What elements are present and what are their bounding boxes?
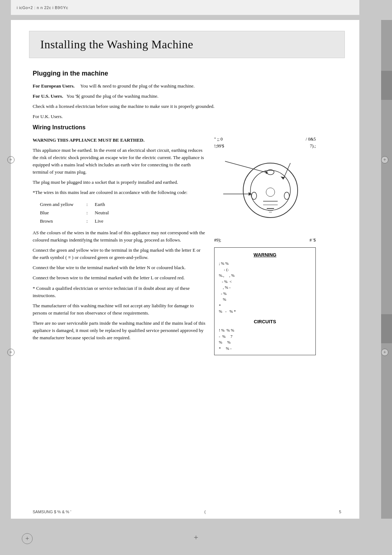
bottom-center-reg: + xyxy=(194,533,198,542)
svg-point-3 xyxy=(252,192,257,199)
wiring-body6: Connect the brown wire to the terminal m… xyxy=(33,274,207,281)
top-bar: i icGo+2 : n n 22c i B9©Yc xyxy=(11,0,359,15)
circuits-line-4: * % - xyxy=(219,345,311,352)
diagram-label-tr: / 0&5 xyxy=(306,137,316,142)
reg-mark-left: + xyxy=(7,156,15,163)
metadata-text: i icGo+2 : n n 22c i B9©Yc xyxy=(17,5,68,10)
wiring-body4: Connect the green and yellow wire to the… xyxy=(33,247,207,261)
diagram-mid-labels: !;99'$ 7).; xyxy=(214,143,316,149)
us-label: For U.S. Users. xyxy=(33,93,63,99)
wiring-section: Wiring Instructions WARNING THIS APPLIAN… xyxy=(33,124,341,359)
wire-row-neutral: Blue : Neutral xyxy=(40,208,207,217)
eu-users: For European Users. You will & need to g… xyxy=(33,82,341,90)
wire-label-3: Live xyxy=(95,217,103,225)
footer-page: 5 xyxy=(339,510,341,514)
wiring-body5: Connect the blue wire to the terminal ma… xyxy=(33,264,207,271)
warning-line-1: ; % % xyxy=(219,260,311,267)
wire-label-1: Earth xyxy=(95,200,105,208)
wire-color-1: Green and yellow xyxy=(40,200,83,208)
wire-colon-1: : xyxy=(86,200,92,208)
warning-line-3: %., , % xyxy=(219,272,311,279)
warning-box: WARNING ; % % - (- %., , % - % < , % - -… xyxy=(214,247,316,356)
wiring-body8: The manufacturer of this washing machine… xyxy=(33,302,207,317)
wiring-body3: AS the colours of the wires in the mains… xyxy=(33,229,207,244)
circuits-content: ! % % % - % 7 % % * % - xyxy=(219,327,311,351)
bottom-left-reg: + xyxy=(22,533,33,544)
warning-line-2: - (- xyxy=(219,267,311,273)
warning-line-8: * xyxy=(219,303,311,309)
plugging-body: For European Users. You will & need to g… xyxy=(33,82,341,121)
wire-row-live: Brown : Live xyxy=(40,217,207,225)
wiring-body1: This appliance must be earthed. In the e… xyxy=(33,147,207,176)
plug-diagram xyxy=(214,150,301,238)
circuits-line-1: ! % % % xyxy=(219,327,311,333)
eu-text: You will & need to ground the plug of th… xyxy=(80,83,195,89)
right-column: " ;; 0 / 0&5 !;99'$ 7).; xyxy=(214,137,316,359)
left-margin xyxy=(0,20,11,521)
warning-line-4: - % < xyxy=(219,279,311,285)
wire-color-3: Brown xyxy=(40,217,83,225)
wiring-heading: Wiring Instructions xyxy=(33,124,341,131)
warning-title: WARNING xyxy=(219,251,311,259)
title-box: Installing the Washing Machine xyxy=(29,31,345,58)
warning-content: ; % % - (- %., , % - % < , % - - % % * % xyxy=(219,260,311,315)
svg-point-16 xyxy=(266,188,275,197)
circuits-title: CIRCUITS xyxy=(219,318,311,325)
plugging-section: Plugging in the machine For European Use… xyxy=(33,70,341,121)
uk-label: For U.K. Users. xyxy=(33,113,341,120)
warning-line-9: % - % * xyxy=(219,308,311,315)
colour-note: *The wires in this mains lead are colour… xyxy=(33,189,207,196)
warning-line-7: % xyxy=(219,296,311,303)
footer-paren: ( xyxy=(204,510,206,514)
page-footer: SAMSUNG $ % & % ' ( 5 xyxy=(33,510,341,514)
svg-point-0 xyxy=(243,163,298,218)
warning-line-6: - % xyxy=(219,291,311,297)
diagram-label-tl: " ;; 0 xyxy=(214,137,223,142)
page-wrapper: i icGo+2 : n n 22c i B9©Yc Installing th… xyxy=(0,0,392,555)
diagram-label-mr: 7).; xyxy=(310,143,316,149)
svg-line-9 xyxy=(283,163,290,179)
wire-color-table: Green and yellow : Earth Blue : Neutral xyxy=(40,200,207,226)
wire-color-2: Blue xyxy=(40,208,83,217)
circuits-line-2: - % 7 xyxy=(219,333,311,340)
warning-line: WARNING THIS APPLIANCE MUST BE EARTHED. xyxy=(33,137,207,144)
plugging-heading: Plugging in the machine xyxy=(33,70,341,77)
main-page: Installing the Washing Machine Plugging … xyxy=(11,20,359,521)
reg-mark-left-2: + xyxy=(7,349,15,356)
reg-mark-right-2: + xyxy=(381,349,388,356)
wire-label-2: Neutral xyxy=(95,208,109,217)
page-title: Installing the Washing Machine xyxy=(40,38,334,51)
right-bar-accent-top xyxy=(381,71,392,100)
svg-point-4 xyxy=(284,192,289,199)
wiring-body2: The plug must be plugged into a socket t… xyxy=(33,179,207,186)
plug-svg xyxy=(214,150,301,223)
diagram-label-bl: #9); xyxy=(214,238,221,243)
wiring-body9: There are no user serviceable parts insi… xyxy=(33,320,207,341)
wire-colon-3: : xyxy=(86,217,92,225)
two-column-layout: WARNING THIS APPLIANCE MUST BE EARTHED. … xyxy=(33,137,341,359)
footer-brand: SAMSUNG $ % & % ' xyxy=(33,510,71,514)
warning-line-5: , % - xyxy=(219,284,311,291)
right-bar xyxy=(381,20,392,521)
diagram-top-labels: " ;; 0 / 0&5 xyxy=(214,137,316,142)
wiring-body7: * Consult a qualified electrician or ser… xyxy=(33,285,207,299)
wire-row-earth: Green and yellow : Earth xyxy=(40,200,207,208)
page-content: Installing the Washing Machine Plugging … xyxy=(11,20,359,373)
diagram-label-br: # '$ xyxy=(310,238,316,243)
eu-label: For European Users. xyxy=(33,83,74,89)
wiring-body: WARNING THIS APPLIANCE MUST BE EARTHED. … xyxy=(33,137,207,342)
left-column: WARNING THIS APPLIANCE MUST BE EARTHED. … xyxy=(33,137,207,359)
us-users: For U.S. Users. You '$( ground the plug … xyxy=(33,93,341,100)
wire-colon-2: : xyxy=(86,208,92,217)
diagram-bottom-labels: #9); # '$ xyxy=(214,238,316,243)
diagram-label-ml: !;99'$ xyxy=(214,143,224,149)
svg-line-5 xyxy=(225,161,268,173)
bottom-gray-area: + + xyxy=(0,519,392,555)
reg-mark-right: + xyxy=(381,156,388,163)
us-text: You '$( ground the plug of the washing m… xyxy=(66,93,158,99)
circuits-line-3: % % xyxy=(219,339,311,345)
us-note: Check with a licensed electrician before… xyxy=(33,103,341,110)
right-bar-accent-mid xyxy=(381,314,392,343)
